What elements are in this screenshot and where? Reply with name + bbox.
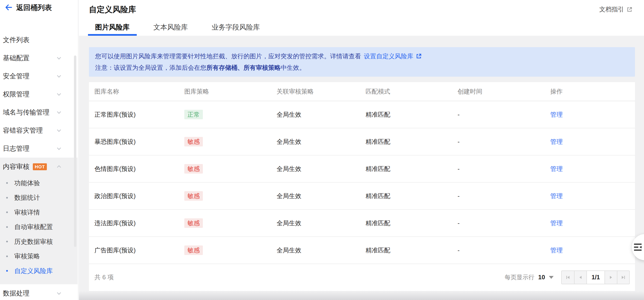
sidebar-subitem-historical-data-moderation[interactable]: 历史数据审核 xyxy=(0,234,78,249)
table-footer: 共 6 项 每页显示行 10 1/1 xyxy=(89,264,635,290)
created-time: - xyxy=(458,111,550,118)
table-row: 色情图库(预设) 敏感 全局生效 精准匹配 - 管理 xyxy=(89,155,635,183)
banner-text: 您可以使用图片风险库来管理需要针对性地拦截、放行的图片，应对突发的管控需求。详情… xyxy=(95,52,361,60)
collapse-panel-icon xyxy=(634,243,642,251)
chevron-down-icon xyxy=(57,291,61,295)
match-mode: 精准匹配 xyxy=(366,192,458,200)
prev-page-button[interactable] xyxy=(574,271,586,284)
first-page-button[interactable] xyxy=(562,271,574,284)
tab-image-risk-library[interactable]: 图片风险库 xyxy=(88,21,137,36)
status-badge: 正常 xyxy=(184,110,203,119)
manage-link[interactable]: 管理 xyxy=(550,219,635,227)
sidebar-subitem-label: 数据统计 xyxy=(14,193,40,202)
chevron-down-icon xyxy=(57,56,61,60)
sidebar-subitem-moderation-policy[interactable]: 审核策略 xyxy=(0,249,78,264)
status-badge: 敏感 xyxy=(184,137,203,146)
sidebar-subitem-data-stats[interactable]: 数据统计 xyxy=(0,190,78,205)
manage-link[interactable]: 管理 xyxy=(550,111,635,119)
hot-badge: HOT xyxy=(33,163,47,170)
sidebar-item-content-moderation[interactable]: 内容审核 HOT xyxy=(0,158,78,176)
tab-label: 图片风险库 xyxy=(95,23,130,32)
chevron-down-icon xyxy=(57,110,61,114)
bottom-shadow xyxy=(79,291,644,300)
next-page-button[interactable] xyxy=(604,271,617,284)
rows-per-page-select[interactable]: 每页显示行 10 xyxy=(505,273,554,281)
back-to-bucket-list-button[interactable]: 返回桶列表 xyxy=(5,3,52,13)
set-custom-risk-library-link[interactable]: 设置自定义风险库 xyxy=(364,52,413,60)
linked-policy: 全局生效 xyxy=(276,192,366,200)
caret-down-icon xyxy=(549,276,554,279)
table-row: 广告图库(预设) 敏感 全局生效 精准匹配 - 管理 xyxy=(89,237,635,264)
column-header: 关联审核策略 xyxy=(276,87,366,96)
match-mode: 精准匹配 xyxy=(366,219,458,227)
sidebar-subitem-moderation-details[interactable]: 审核详情 xyxy=(0,205,78,220)
column-header: 操作 xyxy=(550,87,635,96)
chevron-down-icon xyxy=(57,92,61,96)
sidebar: 返回桶列表 文件列表 基础配置 安全管理 权限管理 域名与传输管理 容错容灾管理… xyxy=(0,0,78,300)
sidebar-item-permission-mgmt[interactable]: 权限管理 xyxy=(0,85,78,103)
library-name: 广告图库(预设) xyxy=(94,246,184,254)
sidebar-item-label: 数据处理 xyxy=(3,289,30,298)
sidebar-item-label: 安全管理 xyxy=(3,72,30,81)
sidebar-subitem-auto-moderation-config[interactable]: 自动审核配置 xyxy=(0,220,78,234)
status-badge: 敏感 xyxy=(184,164,203,174)
match-mode: 精准匹配 xyxy=(366,165,458,173)
manage-link[interactable]: 管理 xyxy=(550,138,635,146)
sidebar-item-label: 域名与传输管理 xyxy=(3,108,50,117)
table-row: 违法图库(预设) 敏感 全局生效 精准匹配 - 管理 xyxy=(89,210,635,237)
manage-link[interactable]: 管理 xyxy=(550,246,635,254)
bullet-icon xyxy=(6,211,8,213)
bullet-icon xyxy=(6,241,8,242)
sidebar-item-fault-tolerance-mgmt[interactable]: 容错容灾管理 xyxy=(0,121,78,140)
tab-bar: 图片风险库 文本风险库 业务字段风险库 xyxy=(88,21,276,36)
library-name: 政治图库(预设) xyxy=(94,192,184,200)
manage-link[interactable]: 管理 xyxy=(550,165,635,173)
linked-policy: 全局生效 xyxy=(276,111,366,119)
tab-text-risk-library[interactable]: 文本风险库 xyxy=(146,21,195,36)
sidebar-item-label: 内容审核 xyxy=(3,162,30,171)
external-link-icon xyxy=(416,53,422,59)
next-page-icon xyxy=(608,275,614,280)
tab-business-field-risk-library[interactable]: 业务字段风险库 xyxy=(204,21,267,36)
tab-label: 文本风险库 xyxy=(154,23,188,32)
sidebar-subitem-custom-risk-library[interactable]: 自定义风险库 xyxy=(0,263,78,278)
sidebar-item-file-list[interactable]: 文件列表 xyxy=(0,31,78,49)
manage-link[interactable]: 管理 xyxy=(550,192,635,200)
sidebar-item-label: 日志管理 xyxy=(3,144,30,153)
external-link-icon xyxy=(626,7,632,13)
sidebar-item-label: 文件列表 xyxy=(3,36,30,45)
back-arrow-icon xyxy=(5,4,12,12)
banner-text: 注意：该设置为全局设置，添加后会在您 xyxy=(95,64,206,72)
created-time: - xyxy=(458,247,550,254)
library-name: 暴恐图库(预设) xyxy=(94,138,184,146)
chevron-down-icon xyxy=(57,146,61,150)
sidebar-item-basic-config[interactable]: 基础配置 xyxy=(0,49,78,67)
sidebar-item-label: 基础配置 xyxy=(3,54,30,63)
sidebar-subitem-feature-trial[interactable]: 功能体验 xyxy=(0,176,78,190)
created-time: - xyxy=(458,138,550,145)
chevron-up-icon xyxy=(57,165,61,169)
rows-per-page-value: 10 xyxy=(538,273,545,281)
rows-per-page-label: 每页显示行 xyxy=(505,273,534,281)
sidebar-item-label: 权限管理 xyxy=(3,90,30,99)
match-mode: 精准匹配 xyxy=(366,246,458,254)
page-title: 自定义风险库 xyxy=(89,4,136,15)
sidebar-subitem-label: 历史数据审核 xyxy=(14,237,53,246)
library-name: 正常图库(预设) xyxy=(94,111,184,119)
sidebar-subitem-label: 自动审核配置 xyxy=(14,223,53,231)
library-name: 色情图库(预设) xyxy=(94,165,184,173)
sidebar-item-domain-transfer-mgmt[interactable]: 域名与传输管理 xyxy=(0,103,78,121)
match-mode: 精准匹配 xyxy=(366,138,458,146)
doc-guide-link[interactable]: 文档指引 xyxy=(599,5,632,14)
bullet-icon xyxy=(6,226,8,228)
table-row: 政治图库(预设) 敏感 全局生效 精准匹配 - 管理 xyxy=(89,183,635,210)
table-row: 暴恐图库(预设) 敏感 全局生效 精准匹配 - 管理 xyxy=(89,128,635,155)
status-badge: 敏感 xyxy=(184,245,203,255)
banner-line-2: 注意：该设置为全局设置，添加后会在您所有存储桶、所有审核策略中生效。 xyxy=(95,64,635,72)
sidebar-item-data-processing[interactable]: 数据处理 xyxy=(0,284,78,300)
chevron-down-icon xyxy=(57,128,61,132)
last-page-button[interactable] xyxy=(617,271,629,284)
sidebar-item-security-mgmt[interactable]: 安全管理 xyxy=(0,67,78,85)
sidebar-item-log-mgmt[interactable]: 日志管理 xyxy=(0,140,78,158)
sidebar-scrollbar[interactable] xyxy=(74,56,76,247)
